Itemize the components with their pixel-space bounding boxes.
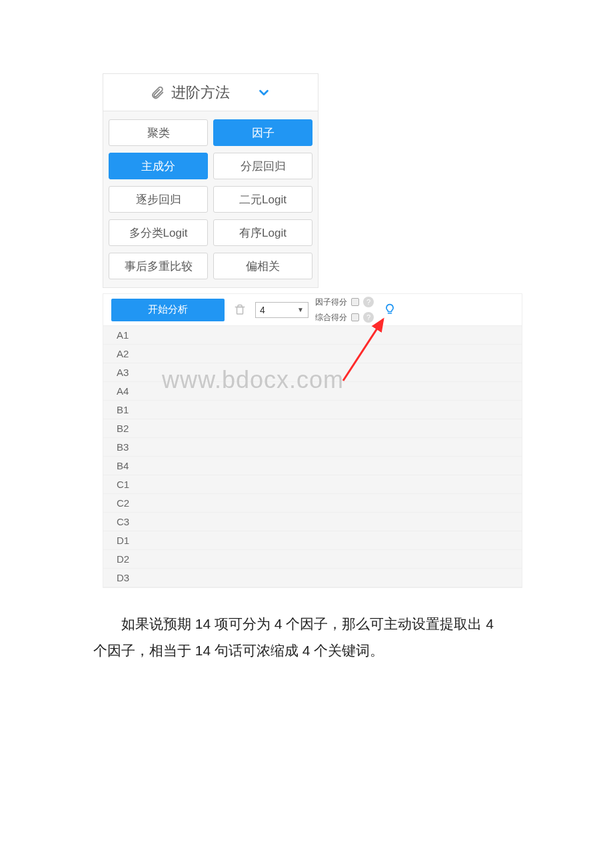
chevron-down-icon (257, 85, 271, 100)
list-item[interactable]: A4 (103, 382, 522, 401)
help-icon[interactable]: ? (363, 297, 374, 307)
list-item[interactable]: B3 (103, 438, 522, 457)
factor-score-label: 因子得分 (315, 297, 347, 308)
method-button[interactable]: 偏相关 (213, 253, 312, 279)
description-paragraph: 如果说预期 14 项可分为 4 个因子，那么可主动设置提取出 4 个因子，相当于… (93, 611, 501, 664)
factor-count-value: 4 (260, 305, 265, 315)
list-item[interactable]: D2 (103, 550, 522, 569)
list-item[interactable]: B4 (103, 457, 522, 475)
list-item[interactable]: C1 (103, 475, 522, 494)
method-button[interactable]: 聚类 (109, 119, 208, 146)
lightbulb-icon[interactable] (383, 303, 396, 317)
variables-list: A1A2A3A4B1B2B3B4C1C2C3D1D2D3 (103, 326, 522, 587)
method-button[interactable]: 事后多重比较 (109, 253, 208, 279)
panel-header[interactable]: 进阶方法 (103, 74, 318, 111)
analysis-toolbar: 开始分析 4 ▼ 因子得分 ? 综合得分 ? (103, 294, 522, 326)
svg-rect-0 (237, 307, 243, 314)
start-analysis-button[interactable]: 开始分析 (111, 299, 225, 321)
list-item[interactable]: D3 (103, 569, 522, 587)
list-item[interactable]: C3 (103, 513, 522, 531)
list-item[interactable]: B2 (103, 419, 522, 438)
method-button[interactable]: 因子 (213, 119, 312, 146)
list-item[interactable]: C2 (103, 494, 522, 513)
list-item[interactable]: A1 (103, 326, 522, 345)
paperclip-icon (150, 85, 165, 100)
method-button[interactable]: 主成分 (109, 153, 208, 179)
trash-icon[interactable] (234, 304, 246, 316)
method-button[interactable]: 逐步回归 (109, 186, 208, 213)
list-item[interactable]: A3 (103, 363, 522, 382)
list-item[interactable]: D1 (103, 531, 522, 550)
method-button[interactable]: 有序Logit (213, 219, 312, 246)
method-button[interactable]: 分层回归 (213, 153, 312, 179)
methods-grid: 聚类因子主成分分层回归逐步回归二元Logit多分类Logit有序Logit事后多… (103, 111, 318, 287)
analysis-panel: 开始分析 4 ▼ 因子得分 ? 综合得分 ? (103, 293, 522, 588)
methods-panel: 进阶方法 聚类因子主成分分层回归逐步回归二元Logit多分类Logit有序Log… (103, 73, 318, 288)
help-icon[interactable]: ? (363, 312, 374, 323)
composite-score-label: 综合得分 (315, 312, 347, 323)
caret-down-icon: ▼ (297, 306, 304, 313)
method-button[interactable]: 多分类Logit (109, 219, 208, 246)
factor-score-checkbox[interactable] (351, 298, 359, 306)
composite-score-checkbox[interactable] (351, 313, 359, 321)
method-button[interactable]: 二元Logit (213, 186, 312, 213)
factor-count-select[interactable]: 4 ▼ (255, 302, 308, 318)
list-item[interactable]: A2 (103, 345, 522, 363)
panel-title: 进阶方法 (171, 83, 230, 103)
score-options: 因子得分 ? 综合得分 ? (315, 297, 374, 323)
list-item[interactable]: B1 (103, 401, 522, 419)
